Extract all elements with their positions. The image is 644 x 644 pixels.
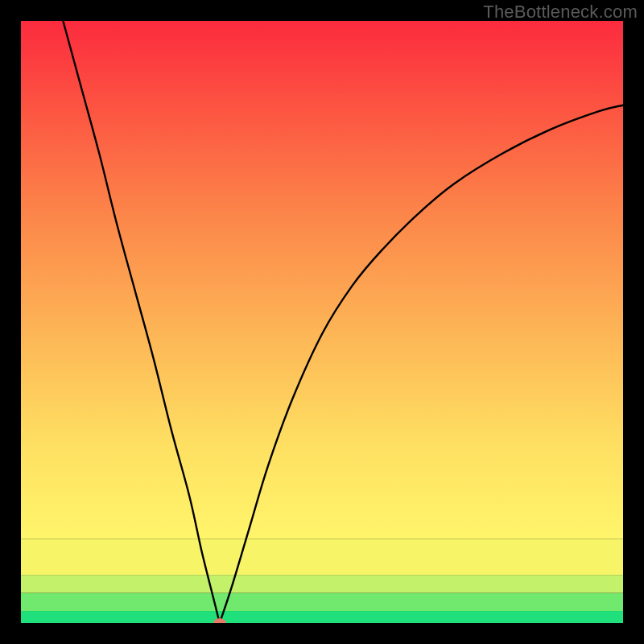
chart-svg [21, 21, 623, 623]
watermark-text: TheBottleneck.com [483, 2, 638, 23]
svg-rect-0 [21, 611, 623, 623]
svg-rect-3 [21, 539, 623, 575]
background-bands [21, 21, 623, 623]
plot-area [21, 21, 623, 623]
svg-rect-1 [21, 593, 623, 611]
svg-rect-2 [21, 575, 623, 592]
chart-frame: TheBottleneck.com [0, 0, 644, 644]
svg-rect-4 [21, 21, 623, 539]
